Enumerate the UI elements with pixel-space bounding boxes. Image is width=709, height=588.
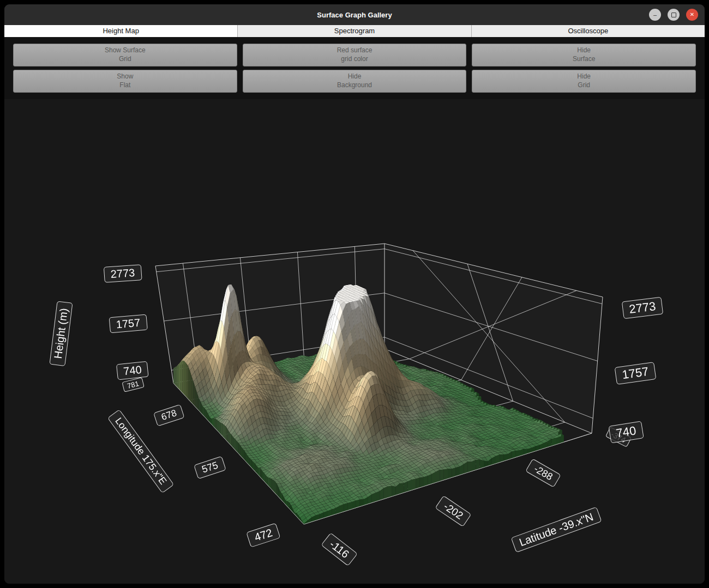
button-label: Hide xyxy=(577,46,591,55)
show-surface-grid-button[interactable]: Show Surface Grid xyxy=(13,44,237,66)
button-label: Hide xyxy=(577,72,591,81)
hide-background-button[interactable]: Hide Background xyxy=(243,70,467,93)
button-label: Grid xyxy=(578,81,590,90)
button-label: Surface xyxy=(573,55,595,64)
hide-surface-button[interactable]: Hide Surface xyxy=(472,44,696,66)
button-label: Flat xyxy=(119,81,130,90)
window-controls: – ✕ xyxy=(649,9,698,21)
minimize-icon: – xyxy=(653,12,657,18)
red-surface-grid-color-button[interactable]: Red surface grid color xyxy=(243,44,467,66)
control-button-panel: Show Surface Grid Red surface grid color… xyxy=(4,37,705,99)
button-label: Show Surface xyxy=(105,46,146,55)
hide-grid-button[interactable]: Hide Grid xyxy=(472,70,696,93)
maximize-button[interactable] xyxy=(668,9,680,21)
window-title: Surface Graph Gallery xyxy=(317,11,392,19)
tab-spectrogram[interactable]: Spectrogram xyxy=(238,25,471,37)
maximize-icon xyxy=(671,13,676,17)
app-window: Surface Graph Gallery – ✕ Height Map Spe… xyxy=(4,4,705,584)
tab-height-map[interactable]: Height Map xyxy=(4,25,238,37)
button-label: Background xyxy=(337,81,372,90)
tab-label: Height Map xyxy=(103,27,139,35)
button-label: Grid xyxy=(119,55,131,64)
close-button[interactable]: ✕ xyxy=(686,9,698,21)
tab-oscilloscope[interactable]: Oscilloscope xyxy=(472,25,705,37)
button-label: grid color xyxy=(341,55,368,64)
show-flat-button[interactable]: Show Flat xyxy=(13,70,237,93)
tab-label: Spectrogram xyxy=(334,27,375,35)
surface-plot-area: Height (m)27731757740781Longitude 175.x"… xyxy=(4,99,705,584)
button-label: Hide xyxy=(348,72,362,81)
close-icon: ✕ xyxy=(690,12,694,17)
tab-label: Oscilloscope xyxy=(568,27,608,35)
tab-bar: Height Map Spectrogram Oscilloscope xyxy=(4,25,705,37)
minimize-button[interactable]: – xyxy=(649,9,661,21)
button-label: Red surface xyxy=(337,46,372,55)
titlebar: Surface Graph Gallery – ✕ xyxy=(4,4,705,25)
surface-3d-canvas[interactable] xyxy=(4,99,705,584)
button-label: Show xyxy=(117,72,133,81)
